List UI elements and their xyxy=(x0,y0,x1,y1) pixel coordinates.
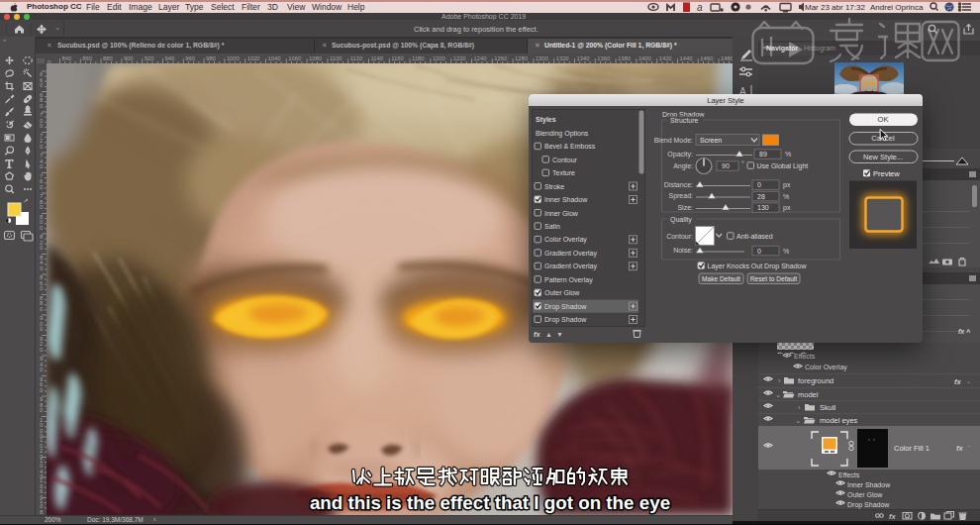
svg-text:Pattern Overlay: Pattern Overlay xyxy=(544,276,593,284)
svg-text:1340: 1340 xyxy=(577,55,590,61)
svg-text:1040: 1040 xyxy=(268,55,281,61)
svg-text:fx: fx xyxy=(956,444,963,453)
svg-text:%: % xyxy=(785,151,791,158)
svg-text:1000: 1000 xyxy=(227,55,240,61)
svg-text:1020: 1020 xyxy=(247,55,260,61)
svg-text:⌄: ⌄ xyxy=(775,390,781,399)
svg-text:0: 0 xyxy=(40,367,43,372)
svg-text:0: 0 xyxy=(40,407,43,413)
svg-text:Effects: Effects xyxy=(838,472,860,478)
svg-text:Color Overlay: Color Overlay xyxy=(544,236,587,244)
svg-text:1280: 1280 xyxy=(515,55,528,61)
svg-text:1120: 1120 xyxy=(350,55,362,61)
svg-text:Preview: Preview xyxy=(873,169,900,178)
svg-text:fx: fx xyxy=(534,330,540,339)
svg-text:Styles: Styles xyxy=(536,116,556,124)
svg-text:Stroke: Stroke xyxy=(544,183,564,190)
svg-text:0: 0 xyxy=(40,163,43,169)
svg-text:Contour:: Contour: xyxy=(666,233,693,240)
svg-text:Gradient Overlay: Gradient Overlay xyxy=(544,250,597,258)
svg-text:New Style...: New Style... xyxy=(863,153,903,161)
svg-text:0: 0 xyxy=(40,245,43,251)
svg-text:920: 920 xyxy=(145,55,154,61)
svg-text:130: 130 xyxy=(757,204,769,211)
svg-text:1180: 1180 xyxy=(412,55,424,61)
svg-text:Contour: Contour xyxy=(552,157,578,163)
svg-text:fx: fx xyxy=(954,377,961,386)
svg-text:%: % xyxy=(783,193,789,200)
svg-text:Satin: Satin xyxy=(544,223,560,230)
svg-text:Gradient Overlay: Gradient Overlay xyxy=(544,262,597,270)
svg-text:89: 89 xyxy=(759,151,767,158)
svg-text:Size:: Size: xyxy=(677,204,693,211)
svg-text:0: 0 xyxy=(757,181,761,188)
svg-text:Blend Mode:: Blend Mode: xyxy=(654,137,693,144)
svg-text:0: 0 xyxy=(40,204,43,210)
svg-text:0: 0 xyxy=(40,285,43,291)
svg-text:Spread:: Spread: xyxy=(668,192,693,200)
svg-text:1420: 1420 xyxy=(659,55,672,61)
svg-text:›: › xyxy=(778,376,781,385)
svg-text:1220: 1220 xyxy=(453,55,466,61)
svg-text:0: 0 xyxy=(40,326,43,332)
svg-text:1160: 1160 xyxy=(391,55,403,61)
svg-text:Layer Knocks Out Drop Shadow: Layer Knocks Out Drop Shadow xyxy=(708,262,808,270)
svg-text:0: 0 xyxy=(757,248,761,255)
svg-text:Texture: Texture xyxy=(552,169,575,176)
svg-text:1100: 1100 xyxy=(330,55,342,61)
svg-text:Anti-aliased: Anti-aliased xyxy=(736,233,773,240)
svg-text:▲: ▲ xyxy=(545,331,552,338)
svg-text:860: 860 xyxy=(82,55,92,61)
svg-text:Outer Glow: Outer Glow xyxy=(544,289,580,296)
svg-text:Drop Shadow: Drop Shadow xyxy=(544,316,587,324)
svg-text:a: a xyxy=(697,2,703,13)
svg-text:0: 0 xyxy=(40,387,43,393)
svg-text:900: 900 xyxy=(124,55,134,61)
svg-text:Inner Shadow: Inner Shadow xyxy=(544,196,588,203)
svg-text:°: ° xyxy=(741,160,744,167)
svg-text:Reset to Default: Reset to Default xyxy=(750,275,797,282)
svg-text:0: 0 xyxy=(40,184,43,190)
svg-text:0: 0 xyxy=(40,265,43,271)
svg-text:1460: 1460 xyxy=(700,55,713,61)
svg-text:1140: 1140 xyxy=(371,55,383,61)
svg-text:Skull: Skull xyxy=(820,403,836,412)
svg-text:Inner Glow: Inner Glow xyxy=(544,210,579,217)
svg-text:Distance:: Distance: xyxy=(664,181,693,188)
svg-text:880: 880 xyxy=(103,55,113,61)
svg-text:1260: 1260 xyxy=(494,55,507,61)
svg-text:28: 28 xyxy=(757,193,765,200)
svg-text:Blending Options: Blending Options xyxy=(536,130,589,138)
svg-text:Screen: Screen xyxy=(700,137,722,144)
svg-text:1080: 1080 xyxy=(309,55,322,61)
svg-text:Color Overlay: Color Overlay xyxy=(805,364,847,371)
svg-text:0: 0 xyxy=(40,347,43,353)
svg-text:940: 940 xyxy=(165,55,175,61)
svg-text:0: 0 xyxy=(40,306,43,312)
svg-text:›: › xyxy=(798,403,801,412)
svg-text:ˆ: ˆ xyxy=(968,445,970,451)
svg-text:▼: ▼ xyxy=(556,331,563,338)
svg-text:90: 90 xyxy=(722,162,730,169)
svg-text:fx: fx xyxy=(889,512,896,521)
svg-text:OK: OK xyxy=(878,115,889,124)
svg-text:1060: 1060 xyxy=(288,55,301,61)
svg-text:Use Global Light: Use Global Light xyxy=(757,162,809,170)
svg-text:Opacity:: Opacity: xyxy=(667,151,693,158)
svg-text:Effects: Effects xyxy=(794,353,816,360)
svg-text:960: 960 xyxy=(185,55,195,61)
svg-text:px: px xyxy=(783,204,791,212)
svg-text:1320: 1320 xyxy=(556,55,569,61)
svg-text:Layer Style: Layer Style xyxy=(707,96,744,105)
svg-text:Noise:: Noise: xyxy=(673,247,693,254)
svg-text:Quality: Quality xyxy=(670,216,692,224)
svg-text:0: 0 xyxy=(40,82,43,88)
svg-text:model: model xyxy=(798,390,819,399)
svg-text:⌄: ⌄ xyxy=(966,378,971,384)
svg-text:Drop Shadow: Drop Shadow xyxy=(544,303,587,311)
svg-text:Make Default: Make Default xyxy=(702,275,740,282)
svg-text:Structure: Structure xyxy=(670,117,699,124)
svg-text:1200: 1200 xyxy=(433,55,445,61)
svg-text:1380: 1380 xyxy=(618,55,631,61)
svg-text:⌄: ⌄ xyxy=(795,416,801,425)
